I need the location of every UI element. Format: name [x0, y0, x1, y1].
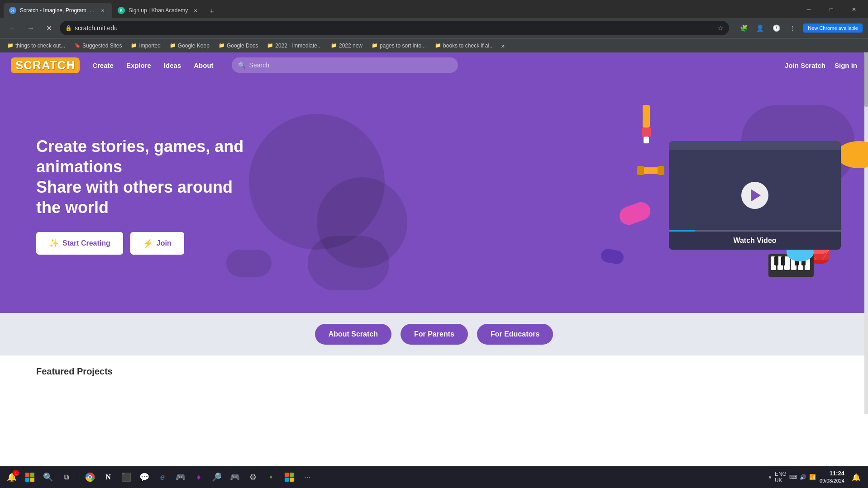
taskbar-minecraft[interactable]: ▪	[263, 469, 279, 485]
taskbar-search-button[interactable]: 🔍	[40, 469, 56, 485]
taskbar-office[interactable]	[281, 469, 297, 485]
piano-decoration	[768, 254, 814, 279]
taskbar-taskview-button[interactable]: ⧉	[58, 469, 74, 485]
search-orange-icon: 🔎	[212, 472, 222, 482]
tab-khan[interactable]: K Sign up | Khan Academy ✕	[112, 3, 205, 18]
taskbar-settings[interactable]: ⚙	[245, 469, 261, 485]
bookmark-2022new-label: 2022 new	[339, 43, 362, 49]
tab-khan-close[interactable]: ✕	[191, 6, 200, 14]
taskbar-system-tray: ∧ ENGUK ⌨ 🔊 📶 11:24 09/08/2024 🔔	[768, 469, 864, 485]
new-tab-button[interactable]: +	[205, 5, 219, 18]
taskbar-app-red[interactable]: ⬛	[118, 469, 134, 485]
bookmark-things[interactable]: 📁 things to check out...	[4, 41, 69, 50]
hero-line1: Create stories, games, and animations	[36, 136, 253, 177]
address-bar[interactable]: 🔒 scratch.mit.edu ☆	[60, 21, 729, 35]
volume-icon[interactable]: 🔊	[800, 474, 806, 480]
window-controls: ─ □ ✕	[798, 3, 864, 18]
edge-icon: e	[160, 473, 165, 482]
forward-button[interactable]: →	[24, 21, 38, 35]
chrome-update-badge[interactable]: New Chrome available	[803, 24, 863, 33]
bookmark-imported[interactable]: 📁 Imported	[127, 41, 164, 50]
svg-rect-21	[781, 256, 785, 265]
nav-link-explore[interactable]: Explore	[126, 62, 151, 69]
lightning-icon: ⚡	[143, 238, 153, 248]
close-button[interactable]: ✕	[844, 3, 864, 16]
title-bar: S Scratch - Imagine, Program, Sh... ✕ K …	[0, 0, 868, 18]
search-input[interactable]	[249, 62, 452, 69]
taskbar-more-apps[interactable]: ···	[299, 469, 315, 485]
extensions-icon[interactable]: 🧩	[736, 21, 751, 35]
svg-rect-22	[795, 256, 799, 265]
start-creating-label: Start Creating	[62, 239, 110, 247]
taskbar-start-button[interactable]	[22, 469, 38, 485]
taskbar-separator-1	[78, 471, 78, 483]
history-icon[interactable]: 🕐	[769, 21, 783, 35]
taskbar-notion[interactable]: N	[100, 469, 116, 485]
folder-icon-7: 📁	[372, 43, 378, 48]
pink-blob-decoration	[617, 199, 653, 227]
scratch-logo-text: SCRATCH	[15, 58, 75, 72]
svg-rect-1	[642, 128, 651, 137]
minimize-button[interactable]: ─	[798, 3, 819, 16]
browser-frame: S Scratch - Imagine, Program, Sh... ✕ K …	[0, 0, 868, 52]
settings-icon: ⚙	[249, 472, 257, 482]
svg-rect-5	[658, 166, 664, 175]
bookmark-2022[interactable]: 📁 2022 - immediate...	[263, 41, 325, 50]
notification-badge: 1	[13, 470, 19, 476]
nav-link-create[interactable]: Create	[92, 62, 114, 69]
caret-up-icon[interactable]: ∧	[768, 474, 772, 480]
svg-rect-19	[805, 256, 810, 270]
taskbar-purple-app[interactable]: ♦	[191, 469, 207, 485]
profile-icon[interactable]: 👤	[753, 21, 767, 35]
taskbar-messenger[interactable]: 💬	[136, 469, 153, 485]
taskbar-notification-center[interactable]: 🔔	[848, 469, 864, 485]
sign-in-button[interactable]: Sign in	[835, 62, 857, 69]
reload-button[interactable]: ✕	[42, 21, 56, 35]
for-educators-button[interactable]: For Educators	[477, 324, 553, 345]
network-icon[interactable]: 📶	[809, 474, 816, 480]
bookmark-pages[interactable]: 📁 pages to sort into...	[368, 41, 429, 50]
taskbar-game[interactable]: 🎮	[172, 469, 189, 485]
bookmark-star-icon[interactable]: ☆	[718, 24, 724, 32]
system-indicators: ∧ ENGUK ⌨ 🔊 📶	[768, 471, 816, 483]
scrollbar-thumb[interactable]	[864, 52, 868, 107]
taskbar-clock[interactable]: 11:24 09/08/2024	[820, 469, 844, 485]
scratch-logo[interactable]: SCRATCH	[11, 57, 80, 73]
nav-link-ideas[interactable]: Ideas	[164, 62, 181, 69]
folder-icon-2: 📁	[131, 43, 137, 48]
about-scratch-button[interactable]: About Scratch	[315, 324, 391, 345]
bookmark-2022new[interactable]: 📁 2022 new	[327, 41, 366, 50]
taskbar-notification-bell[interactable]: 🔔 1	[4, 469, 20, 485]
taskbar-edge[interactable]: e	[154, 469, 171, 485]
scrollbar-track[interactable]	[864, 52, 868, 414]
bookmark-docs[interactable]: 📁 Google Docs	[215, 41, 262, 50]
bookmarks-more-button[interactable]: »	[499, 42, 506, 49]
join-button[interactable]: ⚡ Join	[130, 232, 184, 255]
bookmark-suggested[interactable]: 🔖 Suggested Sites	[71, 41, 125, 50]
nav-link-about[interactable]: About	[194, 62, 213, 69]
back-button[interactable]: ←	[5, 21, 20, 35]
svg-rect-14	[771, 256, 776, 270]
taskbar-discord[interactable]: 🎮	[227, 469, 243, 485]
purple-app-icon: ♦	[196, 473, 200, 482]
maximize-button[interactable]: □	[821, 3, 842, 16]
svg-rect-16	[784, 256, 790, 270]
start-creating-button[interactable]: ✨ Start Creating	[36, 232, 123, 255]
taskbar-search-orange[interactable]: 🔎	[209, 469, 225, 485]
bookmark-keep-label: Google Keep	[178, 43, 210, 49]
for-parents-button[interactable]: For Parents	[401, 324, 468, 345]
menu-icon[interactable]: ⋮	[785, 21, 800, 35]
office-icon	[284, 472, 294, 482]
khan-favicon: K	[118, 7, 125, 14]
join-scratch-button[interactable]: Join Scratch	[785, 62, 825, 69]
bookmark-books[interactable]: 📁 books to check if al...	[431, 41, 497, 50]
tab-scratch[interactable]: S Scratch - Imagine, Program, Sh... ✕	[4, 3, 112, 18]
bookmark-keep[interactable]: 📁 Google Keep	[166, 41, 213, 50]
watch-video-button[interactable]: Watch Video	[669, 232, 841, 250]
folder-icon-3: 📁	[170, 43, 176, 48]
play-button[interactable]	[741, 182, 768, 209]
search-bar[interactable]: 🔍	[232, 57, 458, 73]
taskbar-chrome[interactable]	[82, 469, 98, 485]
tab-scratch-close[interactable]: ✕	[99, 6, 107, 14]
video-player[interactable]: Watch Video	[669, 141, 841, 250]
